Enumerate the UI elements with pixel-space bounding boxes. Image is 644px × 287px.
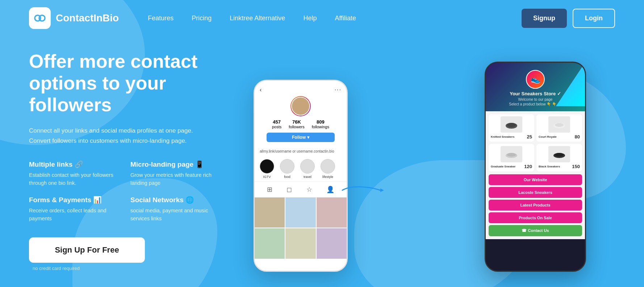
ig-person-icon[interactable]: 👤 — [326, 186, 334, 194]
store-header: 👟 Your Sneakers Store ✓ Welcome to our p… — [486, 63, 585, 111]
ig-followers-count: 76K — [292, 119, 301, 125]
ig-highlight-label-igtv: IGTV — [263, 175, 271, 179]
hero-subtitle-line2: Convert followers into customers with mi… — [29, 137, 187, 144]
product-price-2: 80 — [575, 134, 580, 140]
store-btn-latest-products[interactable]: Latest Products — [489, 200, 582, 211]
svg-point-10 — [555, 153, 564, 157]
store-phone: 👟 Your Sneakers Store ✓ Welcome to our p… — [485, 62, 586, 272]
svg-point-6 — [555, 123, 564, 127]
product-card-1[interactable]: Knitted Sneakers 25 — [489, 114, 534, 142]
ig-follow-dropdown-icon: ▾ — [307, 135, 309, 140]
svg-point-4 — [507, 123, 516, 127]
ig-back-icon[interactable]: ‹ — [260, 87, 262, 93]
nav-link-affiliate[interactable]: Affiliate — [335, 14, 356, 22]
ig-tv-icon[interactable]: ◻ — [287, 186, 292, 194]
nav-link-help[interactable]: Help — [303, 14, 317, 22]
store-products-grid: Knitted Sneakers 25 Court Royale 80 — [486, 111, 585, 174]
ig-highlight-circle-travel — [300, 159, 315, 174]
product-name-2: Court Royale — [539, 135, 557, 138]
hero-subtitle: Connect all your links and social media … — [29, 126, 217, 145]
ig-photo-1 — [255, 197, 285, 228]
ig-profile-section: 457 posts 76K followers 809 followings F… — [255, 96, 347, 146]
nav-link-features[interactable]: Features — [148, 14, 173, 22]
ig-highlight-circle-food — [280, 159, 294, 174]
hero-title: Offer more contact options to your follo… — [29, 51, 217, 116]
signup-cta-button[interactable]: Sign Up For Free — [29, 237, 145, 263]
product-card-4[interactable]: Black Sneakers 150 — [536, 144, 582, 171]
store-welcome-text: Welcome to our page — [518, 97, 553, 101]
ig-tag-icon[interactable]: ☆ — [306, 186, 312, 194]
product-info-3: Graduate Sneaker 120 — [491, 164, 532, 169]
product-card-2[interactable]: Court Royale 80 — [536, 114, 582, 142]
feature-forms-payments-title: Forms & Payments 📊 — [29, 196, 116, 204]
nav-link-linktree[interactable]: Linktree Alternative — [230, 14, 285, 22]
features-grid: Multiple links 🔗 Establish contact with … — [29, 160, 217, 223]
hero-subtitle-line1: Connect all your links and social media … — [29, 127, 193, 134]
ig-followers-label: followers — [289, 125, 304, 129]
hero-section: Offer more contact options to your follo… — [0, 36, 644, 283]
ig-photo-6 — [317, 228, 347, 258]
product-price-4: 150 — [572, 164, 580, 169]
ig-following-label: followings — [312, 125, 329, 129]
store-action-buttons: Our Website Lacoste Sneakers Latest Prod… — [486, 174, 585, 239]
ig-stat-following: 809 followings — [312, 119, 329, 129]
signup-button[interactable]: Signup — [522, 9, 567, 28]
ig-posts-count: 457 — [273, 119, 281, 125]
arrow-icon — [340, 181, 384, 199]
product-img-4 — [548, 146, 570, 162]
product-name-4: Black Sneakers — [539, 165, 560, 168]
store-avatar-icon: 👟 — [531, 75, 540, 84]
login-button[interactable]: Login — [573, 9, 615, 28]
logo-icon — [29, 7, 51, 29]
feature-micro-landing: Micro-landing page 📱 Grow your metrics w… — [130, 160, 217, 187]
feature-multiple-links: Multiple links 🔗 Establish contact with … — [29, 160, 116, 187]
ig-bio-link[interactable]: allmy.link/username or username.contacti… — [255, 146, 347, 156]
feature-multiple-links-desc: Establish contact with your followers th… — [29, 171, 116, 187]
store-btn-lacoste[interactable]: Lacoste Sneakers — [489, 187, 582, 198]
cta-area: Sign Up For Free no credit card required — [29, 237, 217, 271]
ig-photo-2 — [285, 197, 315, 228]
product-img-1 — [501, 116, 522, 133]
ig-photo-3 — [317, 197, 347, 228]
svg-point-8 — [507, 153, 516, 157]
product-name-3: Graduate Sneaker — [491, 165, 515, 168]
nav-link-pricing[interactable]: Pricing — [192, 14, 212, 22]
product-info-4: Black Sneakers 150 — [539, 164, 580, 169]
product-info-2: Court Royale 80 — [539, 134, 580, 140]
ig-phone-header: ‹ ··· — [255, 81, 347, 96]
product-card-3[interactable]: Graduate Sneaker 120 — [489, 144, 534, 171]
feature-micro-landing-title: Micro-landing page 📱 — [130, 160, 217, 169]
product-img-2 — [548, 116, 570, 133]
phones-area: ‹ ··· 457 posts 76K followers — [217, 43, 615, 283]
ig-more-icon[interactable]: ··· — [335, 87, 342, 93]
ig-stats: 457 posts 76K followers 809 followings — [272, 119, 329, 129]
store-name: Your Sneakers Store ✓ — [510, 91, 561, 96]
feature-multiple-links-title: Multiple links 🔗 — [29, 160, 116, 169]
ig-follow-button[interactable]: Follow ▾ — [267, 133, 335, 142]
ig-avatar-inner — [291, 97, 310, 116]
ig-highlight-food: food — [280, 159, 294, 179]
feature-forms-payments: Forms & Payments 📊 Receive orders, colle… — [29, 196, 116, 223]
no-credit-card-text: no credit card required — [33, 266, 217, 271]
ig-highlight-travel: travel — [300, 159, 315, 179]
ig-grid-icons: ⊞ ◻ ☆ 👤 — [255, 182, 347, 197]
store-btn-our-website[interactable]: Our Website — [489, 174, 582, 185]
feature-social-networks-title: Social Networks 🌐 — [130, 196, 217, 204]
ig-avatar — [290, 96, 311, 116]
nav-buttons: Signup Login — [522, 9, 615, 28]
store-btn-on-sale[interactable]: Products On Sale — [489, 212, 582, 223]
product-img-3 — [501, 146, 522, 162]
ig-photo-4 — [255, 228, 285, 258]
product-name-1: Knitted Sneakers — [491, 135, 514, 138]
ig-grid-icon[interactable]: ⊞ — [267, 186, 272, 194]
ig-highlight-circle-igtv — [260, 159, 274, 174]
store-select-text: Select a product below 👇 👇 👇 — [509, 102, 562, 106]
ig-highlight-label-food: food — [284, 175, 290, 179]
logo-area: ContactInBio — [29, 7, 119, 29]
store-btn-contact[interactable]: ☎ Contact Us — [489, 225, 582, 236]
ig-highlight-igtv: IGTV — [260, 159, 274, 179]
ig-posts-label: posts — [272, 125, 281, 129]
ig-highlight-lifestyle: lifestyle — [321, 159, 335, 179]
ig-highlights: IGTV food travel lifestyle — [255, 156, 347, 182]
ig-photo-5 — [285, 228, 315, 258]
